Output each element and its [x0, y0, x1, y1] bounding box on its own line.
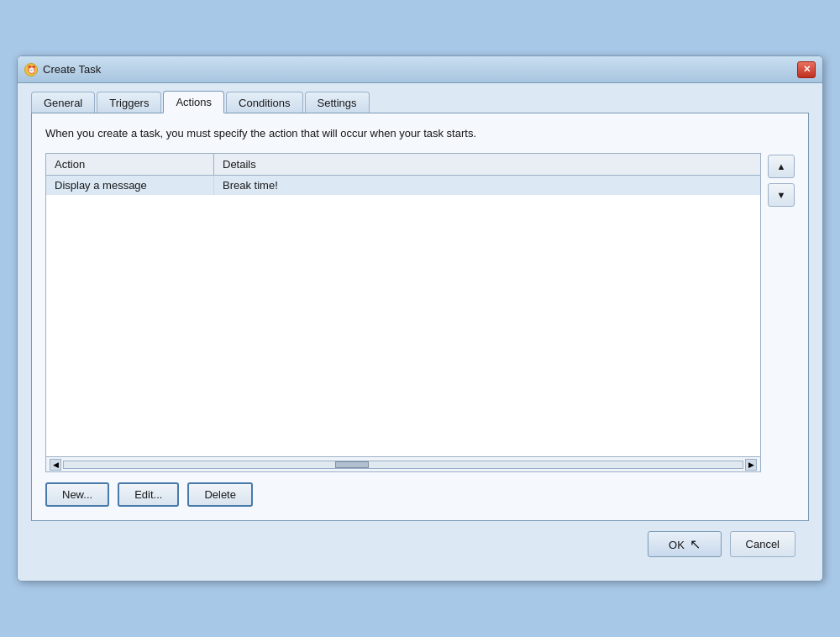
edit-button[interactable]: Edit...	[118, 482, 179, 507]
tab-actions[interactable]: Actions	[163, 91, 224, 113]
close-button[interactable]: ✕	[797, 61, 816, 78]
window-title: Create Task	[43, 63, 101, 76]
column-header-action: Action	[46, 154, 214, 175]
tab-content: When you create a task, you must specify…	[31, 113, 809, 521]
tabs-row: General Triggers Actions Conditions Sett…	[31, 83, 809, 113]
action-buttons-row: New... Edit... Delete	[45, 482, 795, 507]
horizontal-scrollbar[interactable]: ◀ ▶	[46, 456, 760, 471]
title-bar: ⏰ Create Task ✕	[18, 56, 822, 83]
table-header: Action Details	[46, 154, 760, 176]
move-down-button[interactable]: ▼	[768, 183, 795, 207]
move-up-button[interactable]: ▲	[768, 155, 795, 178]
new-button[interactable]: New...	[45, 482, 109, 507]
bottom-buttons-row: OK ↖ Cancel	[31, 521, 809, 567]
cell-action: Display a message	[46, 176, 214, 195]
scroll-track[interactable]	[63, 461, 743, 469]
ok-button[interactable]: OK ↖	[648, 531, 721, 557]
tab-triggers[interactable]: Triggers	[97, 92, 161, 113]
window-icon: ⏰	[24, 63, 38, 76]
table-row[interactable]: Display a message Break time!	[46, 176, 760, 195]
tab-settings[interactable]: Settings	[305, 92, 370, 113]
actions-table: Action Details Display a message Break t…	[45, 153, 761, 472]
table-and-arrows: Action Details Display a message Break t…	[45, 153, 795, 472]
description-text: When you create a task, you must specify…	[45, 127, 795, 140]
table-body: Display a message Break time!	[46, 176, 760, 456]
title-bar-left: ⏰ Create Task	[24, 63, 101, 76]
dialog-body: General Triggers Actions Conditions Sett…	[18, 83, 822, 581]
scroll-thumb[interactable]	[335, 461, 369, 468]
column-header-details: Details	[214, 154, 760, 175]
tab-general[interactable]: General	[31, 92, 95, 113]
cell-details: Break time!	[214, 176, 760, 195]
delete-button[interactable]: Delete	[187, 482, 253, 507]
scroll-right-button[interactable]: ▶	[745, 459, 757, 471]
create-task-dialog: ⏰ Create Task ✕ General Triggers Actions…	[17, 55, 823, 582]
arrows-column: ▲ ▼	[768, 153, 795, 207]
scroll-left-button[interactable]: ◀	[50, 459, 61, 471]
tab-conditions[interactable]: Conditions	[226, 92, 302, 113]
cancel-button[interactable]: Cancel	[730, 531, 795, 557]
cursor-icon: ↖	[690, 536, 701, 552]
